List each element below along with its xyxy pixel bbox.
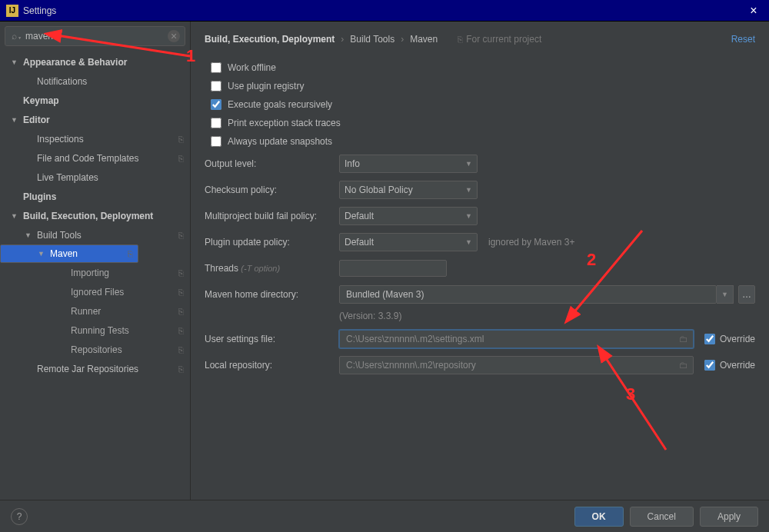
user-settings-row: User settings file: C:\Users\znnnnn\.m2\…: [205, 326, 755, 352]
sidebar-item-remote-jar-repositories[interactable]: Remote Jar Repositories⎘: [0, 359, 190, 378]
cancel-button[interactable]: Cancel: [630, 507, 694, 527]
sidebar-item-label: Repositories: [71, 344, 122, 355]
sidebar-item-label: Build Tools: [37, 230, 82, 241]
local-repo-row: Local repository: C:\Users\znnnnn\.m2\re…: [205, 352, 755, 378]
breadcrumb-root[interactable]: Build, Execution, Deployment: [205, 34, 335, 45]
copy-settings-icon: ⎘: [128, 249, 133, 258]
chevron-down-icon: ▼: [11, 212, 20, 220]
ok-button[interactable]: OK: [574, 507, 624, 527]
sidebar-item-plugins[interactable]: Plugins: [0, 187, 190, 206]
always-update-snapshots-checkbox[interactable]: [211, 136, 221, 147]
sidebar-item-label: Build, Execution, Deployment: [23, 211, 153, 221]
copy-settings-icon: ⎘: [178, 288, 184, 297]
sidebar-item-importing[interactable]: Importing⎘: [0, 263, 190, 282]
sidebar-item-label: Appearance & Behavior: [23, 57, 127, 68]
sidebar-item-live-templates[interactable]: Live Templates: [0, 168, 190, 187]
print-exception-stack-row[interactable]: Print exception stack traces: [205, 114, 755, 132]
sidebar-item-ignored-files[interactable]: Ignored Files⎘: [0, 282, 190, 301]
plugin-update-row: Plugin update policy: Default ▼ ignored …: [205, 229, 755, 255]
chevron-down-icon: ▼: [465, 160, 472, 168]
execute-goals-recursively-row[interactable]: Execute goals recursively: [205, 95, 755, 114]
user-settings-override[interactable]: Override: [704, 334, 755, 344]
for-current-project: ⎘ For current project: [458, 34, 541, 45]
sidebar-item-label: Notifications: [37, 76, 87, 87]
sidebar-item-runner[interactable]: Runner⎘: [0, 301, 190, 321]
local-repo-input[interactable]: C:\Users\znnnnn\.m2\repository 🗀: [339, 356, 694, 374]
sidebar-item-label: Running Tests: [71, 325, 129, 336]
apply-button[interactable]: Apply: [700, 507, 758, 527]
threads-row: Threads (-T option): [205, 255, 755, 281]
folder-icon[interactable]: 🗀: [679, 334, 688, 344]
breadcrumb-mid[interactable]: Build Tools: [350, 34, 394, 45]
multiproject-fail-select[interactable]: Default ▼: [339, 207, 478, 225]
sidebar-item-label: Inspections: [37, 134, 84, 145]
threads-input[interactable]: [339, 260, 447, 277]
sidebar-item-running-tests[interactable]: Running Tests⎘: [0, 321, 190, 340]
sidebar-item-build-tools[interactable]: ▼Build Tools⎘: [0, 225, 190, 244]
sidebar-item-label: Maven: [50, 248, 78, 259]
output-level-row: Output level: Info ▼: [205, 151, 755, 177]
work-offline-checkbox[interactable]: [211, 62, 221, 73]
sidebar-item-keymap[interactable]: Keymap: [0, 91, 190, 110]
print-exception-stack-checkbox[interactable]: [211, 118, 221, 128]
maven-home-row: Maven home directory: Bundled (Maven 3) …: [205, 281, 755, 308]
output-level-label: Output level:: [205, 158, 339, 169]
local-repo-override-checkbox[interactable]: [704, 360, 715, 371]
work-offline-row[interactable]: Work offline: [205, 58, 755, 77]
checksum-policy-select[interactable]: No Global Policy ▼: [339, 181, 478, 199]
execute-goals-recursively-checkbox[interactable]: [211, 99, 221, 110]
sidebar-item-label: Ignored Files: [71, 287, 124, 298]
copy-settings-icon: ⎘: [178, 268, 184, 278]
reset-link[interactable]: Reset: [731, 34, 755, 45]
sidebar-item-appearance-behavior[interactable]: ▼Appearance & Behavior: [0, 52, 190, 71]
checksum-policy-row: Checksum policy: No Global Policy ▼: [205, 177, 755, 203]
copy-settings-icon: ⎘: [178, 307, 184, 316]
window-title: Settings: [23, 5, 744, 16]
chevron-down-icon: ▼: [11, 116, 20, 124]
close-icon[interactable]: ×: [744, 4, 763, 18]
copy-settings-icon: ⎘: [458, 35, 463, 44]
sidebar-item-label: Editor: [23, 115, 50, 125]
copy-settings-icon: ⎘: [178, 154, 184, 163]
sidebar-item-file-and-code-templates[interactable]: File and Code Templates⎘: [0, 148, 190, 168]
sidebar-item-label: Keymap: [23, 95, 59, 106]
maven-home-browse-button[interactable]: …: [738, 285, 755, 304]
sidebar-item-inspections[interactable]: Inspections⎘: [0, 129, 190, 148]
sidebar-item-editor[interactable]: ▼Editor: [0, 110, 190, 129]
app-icon: IJ: [6, 5, 18, 17]
chevron-down-icon: ▼: [465, 186, 472, 194]
sidebar-item-repositories[interactable]: Repositories⎘: [0, 340, 190, 359]
output-level-select[interactable]: Info ▼: [339, 155, 478, 173]
chevron-down-icon: ▼: [25, 231, 34, 239]
use-plugin-registry-checkbox[interactable]: [211, 81, 221, 91]
plugin-update-select[interactable]: Default ▼: [339, 233, 478, 251]
maven-home-select[interactable]: Bundled (Maven 3): [339, 285, 717, 304]
sidebar-item-label: Importing: [71, 268, 109, 278]
sidebar-item-label: Runner: [71, 306, 101, 317]
folder-icon[interactable]: 🗀: [679, 360, 688, 371]
sidebar-item-notifications[interactable]: Notifications: [0, 71, 190, 91]
multiproject-fail-row: Multiproject build fail policy: Default …: [205, 203, 755, 229]
search-input[interactable]: [25, 31, 168, 42]
sidebar-item-maven[interactable]: ▼Maven⎘: [0, 244, 138, 263]
help-button[interactable]: ?: [11, 508, 28, 525]
user-settings-input[interactable]: C:\Users\znnnnn\.m2\settings.xml 🗀: [339, 330, 694, 348]
settings-tree: ▼Appearance & BehaviorNotificationsKeyma…: [0, 51, 190, 500]
sidebar-item-label: Plugins: [23, 191, 56, 202]
chevron-down-icon: ▼: [11, 58, 20, 66]
maven-home-dropdown-icon[interactable]: ▼: [717, 285, 734, 304]
settings-main: Build, Execution, Deployment › Build Too…: [191, 22, 769, 500]
breadcrumb: Build, Execution, Deployment › Build Too…: [205, 29, 755, 49]
work-offline-label: Work offline: [228, 62, 276, 73]
user-settings-override-checkbox[interactable]: [704, 334, 715, 344]
always-update-snapshots-row[interactable]: Always update snapshots: [205, 132, 755, 151]
copy-settings-icon: ⎘: [178, 345, 184, 354]
sidebar-item-build-execution-deployment[interactable]: ▼Build, Execution, Deployment: [0, 206, 190, 225]
search-field[interactable]: ⌕▾ ×: [5, 26, 185, 46]
use-plugin-registry-row[interactable]: Use plugin registry: [205, 77, 755, 95]
copy-settings-icon: ⎘: [178, 231, 184, 240]
local-repo-override[interactable]: Override: [704, 360, 755, 371]
clear-search-icon[interactable]: ×: [168, 30, 180, 42]
chevron-down-icon: ▼: [465, 212, 472, 220]
breadcrumb-leaf: Maven: [410, 34, 438, 45]
